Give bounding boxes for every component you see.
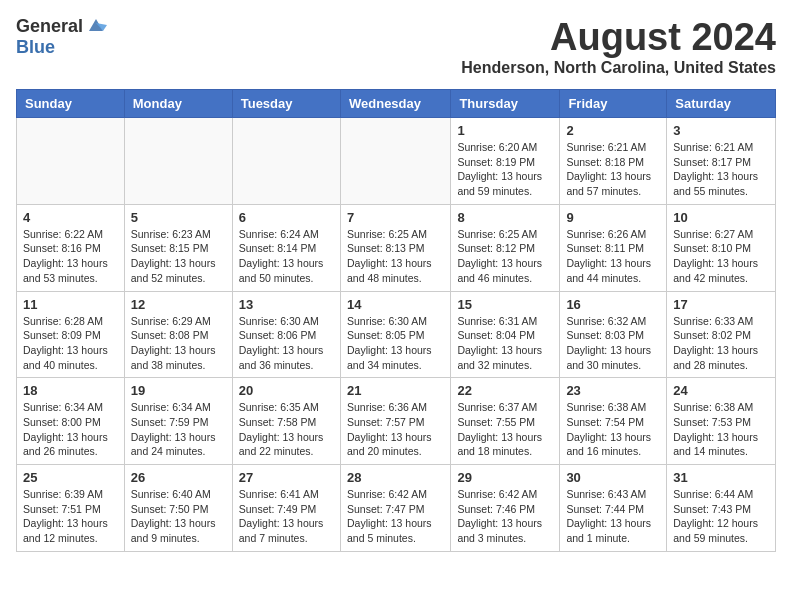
calendar-cell: 2Sunrise: 6:21 AMSunset: 8:18 PMDaylight… bbox=[560, 118, 667, 205]
cell-content: Sunrise: 6:34 AMSunset: 8:00 PMDaylight:… bbox=[23, 400, 118, 459]
cell-content: Sunrise: 6:42 AMSunset: 7:46 PMDaylight:… bbox=[457, 487, 553, 546]
calendar-cell: 22Sunrise: 6:37 AMSunset: 7:55 PMDayligh… bbox=[451, 378, 560, 465]
cell-content: Sunrise: 6:40 AMSunset: 7:50 PMDaylight:… bbox=[131, 487, 226, 546]
calendar-cell: 10Sunrise: 6:27 AMSunset: 8:10 PMDayligh… bbox=[667, 204, 776, 291]
cell-content: Sunrise: 6:34 AMSunset: 7:59 PMDaylight:… bbox=[131, 400, 226, 459]
day-number: 15 bbox=[457, 297, 553, 312]
calendar-cell: 27Sunrise: 6:41 AMSunset: 7:49 PMDayligh… bbox=[232, 465, 340, 552]
calendar-cell: 3Sunrise: 6:21 AMSunset: 8:17 PMDaylight… bbox=[667, 118, 776, 205]
week-row-3: 11Sunrise: 6:28 AMSunset: 8:09 PMDayligh… bbox=[17, 291, 776, 378]
day-number: 12 bbox=[131, 297, 226, 312]
day-number: 10 bbox=[673, 210, 769, 225]
cell-content: Sunrise: 6:43 AMSunset: 7:44 PMDaylight:… bbox=[566, 487, 660, 546]
logo-general-text: General bbox=[16, 16, 83, 37]
cell-content: Sunrise: 6:25 AMSunset: 8:13 PMDaylight:… bbox=[347, 227, 444, 286]
week-row-1: 1Sunrise: 6:20 AMSunset: 8:19 PMDaylight… bbox=[17, 118, 776, 205]
calendar-cell: 24Sunrise: 6:38 AMSunset: 7:53 PMDayligh… bbox=[667, 378, 776, 465]
calendar-cell: 31Sunrise: 6:44 AMSunset: 7:43 PMDayligh… bbox=[667, 465, 776, 552]
day-number: 20 bbox=[239, 383, 334, 398]
day-number: 19 bbox=[131, 383, 226, 398]
calendar-cell: 28Sunrise: 6:42 AMSunset: 7:47 PMDayligh… bbox=[340, 465, 450, 552]
calendar-cell: 23Sunrise: 6:38 AMSunset: 7:54 PMDayligh… bbox=[560, 378, 667, 465]
cell-content: Sunrise: 6:31 AMSunset: 8:04 PMDaylight:… bbox=[457, 314, 553, 373]
day-number: 25 bbox=[23, 470, 118, 485]
calendar-header-row: SundayMondayTuesdayWednesdayThursdayFrid… bbox=[17, 90, 776, 118]
calendar-cell bbox=[124, 118, 232, 205]
day-number: 1 bbox=[457, 123, 553, 138]
week-row-5: 25Sunrise: 6:39 AMSunset: 7:51 PMDayligh… bbox=[17, 465, 776, 552]
day-number: 22 bbox=[457, 383, 553, 398]
cell-content: Sunrise: 6:30 AMSunset: 8:05 PMDaylight:… bbox=[347, 314, 444, 373]
cell-content: Sunrise: 6:39 AMSunset: 7:51 PMDaylight:… bbox=[23, 487, 118, 546]
logo-blue-text: Blue bbox=[16, 37, 55, 57]
day-number: 28 bbox=[347, 470, 444, 485]
cell-content: Sunrise: 6:28 AMSunset: 8:09 PMDaylight:… bbox=[23, 314, 118, 373]
day-number: 7 bbox=[347, 210, 444, 225]
day-number: 13 bbox=[239, 297, 334, 312]
day-number: 18 bbox=[23, 383, 118, 398]
day-number: 31 bbox=[673, 470, 769, 485]
calendar-cell: 30Sunrise: 6:43 AMSunset: 7:44 PMDayligh… bbox=[560, 465, 667, 552]
day-number: 23 bbox=[566, 383, 660, 398]
cell-content: Sunrise: 6:32 AMSunset: 8:03 PMDaylight:… bbox=[566, 314, 660, 373]
calendar-cell bbox=[340, 118, 450, 205]
day-number: 5 bbox=[131, 210, 226, 225]
calendar-cell: 8Sunrise: 6:25 AMSunset: 8:12 PMDaylight… bbox=[451, 204, 560, 291]
day-number: 6 bbox=[239, 210, 334, 225]
day-number: 9 bbox=[566, 210, 660, 225]
calendar-cell: 15Sunrise: 6:31 AMSunset: 8:04 PMDayligh… bbox=[451, 291, 560, 378]
col-header-wednesday: Wednesday bbox=[340, 90, 450, 118]
day-number: 24 bbox=[673, 383, 769, 398]
cell-content: Sunrise: 6:25 AMSunset: 8:12 PMDaylight:… bbox=[457, 227, 553, 286]
calendar-cell bbox=[17, 118, 125, 205]
calendar-cell: 16Sunrise: 6:32 AMSunset: 8:03 PMDayligh… bbox=[560, 291, 667, 378]
cell-content: Sunrise: 6:38 AMSunset: 7:54 PMDaylight:… bbox=[566, 400, 660, 459]
day-number: 4 bbox=[23, 210, 118, 225]
day-number: 11 bbox=[23, 297, 118, 312]
day-number: 17 bbox=[673, 297, 769, 312]
logo-icon bbox=[85, 17, 107, 35]
cell-content: Sunrise: 6:24 AMSunset: 8:14 PMDaylight:… bbox=[239, 227, 334, 286]
calendar-cell: 5Sunrise: 6:23 AMSunset: 8:15 PMDaylight… bbox=[124, 204, 232, 291]
calendar-cell: 6Sunrise: 6:24 AMSunset: 8:14 PMDaylight… bbox=[232, 204, 340, 291]
col-header-sunday: Sunday bbox=[17, 90, 125, 118]
calendar-cell: 14Sunrise: 6:30 AMSunset: 8:05 PMDayligh… bbox=[340, 291, 450, 378]
col-header-thursday: Thursday bbox=[451, 90, 560, 118]
day-number: 3 bbox=[673, 123, 769, 138]
day-number: 26 bbox=[131, 470, 226, 485]
page-header: General Blue August 2024 Henderson, Nort… bbox=[16, 16, 776, 77]
month-year-title: August 2024 bbox=[461, 16, 776, 59]
day-number: 16 bbox=[566, 297, 660, 312]
calendar-cell: 11Sunrise: 6:28 AMSunset: 8:09 PMDayligh… bbox=[17, 291, 125, 378]
calendar-cell: 17Sunrise: 6:33 AMSunset: 8:02 PMDayligh… bbox=[667, 291, 776, 378]
cell-content: Sunrise: 6:27 AMSunset: 8:10 PMDaylight:… bbox=[673, 227, 769, 286]
day-number: 27 bbox=[239, 470, 334, 485]
calendar-cell: 18Sunrise: 6:34 AMSunset: 8:00 PMDayligh… bbox=[17, 378, 125, 465]
calendar-cell: 21Sunrise: 6:36 AMSunset: 7:57 PMDayligh… bbox=[340, 378, 450, 465]
day-number: 2 bbox=[566, 123, 660, 138]
cell-content: Sunrise: 6:41 AMSunset: 7:49 PMDaylight:… bbox=[239, 487, 334, 546]
col-header-saturday: Saturday bbox=[667, 90, 776, 118]
day-number: 29 bbox=[457, 470, 553, 485]
week-row-2: 4Sunrise: 6:22 AMSunset: 8:16 PMDaylight… bbox=[17, 204, 776, 291]
calendar-cell: 20Sunrise: 6:35 AMSunset: 7:58 PMDayligh… bbox=[232, 378, 340, 465]
cell-content: Sunrise: 6:36 AMSunset: 7:57 PMDaylight:… bbox=[347, 400, 444, 459]
cell-content: Sunrise: 6:44 AMSunset: 7:43 PMDaylight:… bbox=[673, 487, 769, 546]
title-section: August 2024 Henderson, North Carolina, U… bbox=[461, 16, 776, 77]
cell-content: Sunrise: 6:20 AMSunset: 8:19 PMDaylight:… bbox=[457, 140, 553, 199]
week-row-4: 18Sunrise: 6:34 AMSunset: 8:00 PMDayligh… bbox=[17, 378, 776, 465]
cell-content: Sunrise: 6:37 AMSunset: 7:55 PMDaylight:… bbox=[457, 400, 553, 459]
col-header-tuesday: Tuesday bbox=[232, 90, 340, 118]
cell-content: Sunrise: 6:22 AMSunset: 8:16 PMDaylight:… bbox=[23, 227, 118, 286]
cell-content: Sunrise: 6:29 AMSunset: 8:08 PMDaylight:… bbox=[131, 314, 226, 373]
cell-content: Sunrise: 6:21 AMSunset: 8:18 PMDaylight:… bbox=[566, 140, 660, 199]
cell-content: Sunrise: 6:33 AMSunset: 8:02 PMDaylight:… bbox=[673, 314, 769, 373]
location-subtitle: Henderson, North Carolina, United States bbox=[461, 59, 776, 77]
col-header-friday: Friday bbox=[560, 90, 667, 118]
calendar-cell: 4Sunrise: 6:22 AMSunset: 8:16 PMDaylight… bbox=[17, 204, 125, 291]
cell-content: Sunrise: 6:35 AMSunset: 7:58 PMDaylight:… bbox=[239, 400, 334, 459]
day-number: 30 bbox=[566, 470, 660, 485]
calendar-cell: 19Sunrise: 6:34 AMSunset: 7:59 PMDayligh… bbox=[124, 378, 232, 465]
col-header-monday: Monday bbox=[124, 90, 232, 118]
calendar-cell: 9Sunrise: 6:26 AMSunset: 8:11 PMDaylight… bbox=[560, 204, 667, 291]
